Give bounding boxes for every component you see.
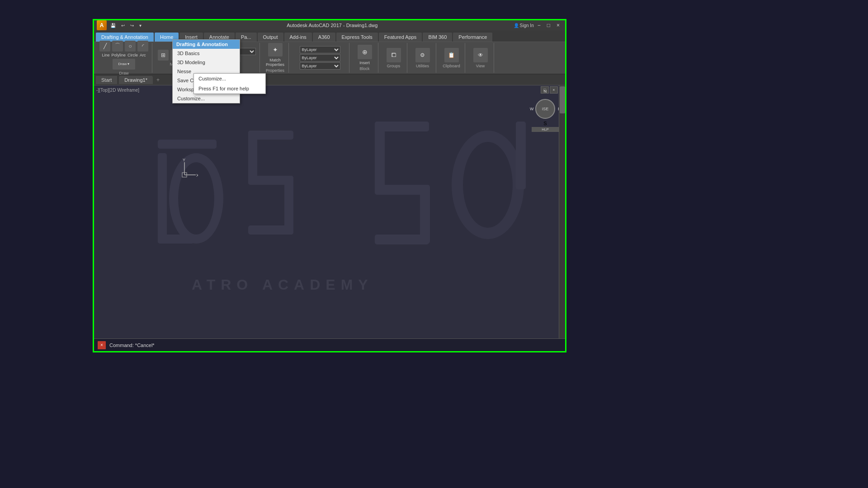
circle-label: Circle <box>127 53 138 57</box>
svg-rect-5 <box>248 131 293 140</box>
view-label: View <box>476 64 485 68</box>
tab-a360[interactable]: A360 <box>313 33 335 42</box>
view-tool[interactable]: 👁 <box>473 48 488 62</box>
undo-button[interactable]: ↩ <box>119 22 127 29</box>
group-properties: ByLayer ByLayer ByLayer <box>291 43 349 73</box>
svg-point-15 <box>452 131 524 239</box>
group-clipboard: 📋 Clipboard <box>438 43 465 73</box>
compass-circle[interactable]: W ISE E <box>535 99 555 119</box>
svg-rect-13 <box>420 185 430 244</box>
svg-rect-10 <box>375 122 429 131</box>
right-scrollbar[interactable] <box>559 85 565 338</box>
svg-rect-12 <box>375 185 429 195</box>
line-tool[interactable]: ╱ <box>99 41 110 52</box>
polyline-label: Polyline <box>111 53 126 57</box>
insert-label: Insert <box>359 61 370 65</box>
sub-item-customize[interactable]: Customize... <box>194 74 265 84</box>
arc-tool[interactable]: ◜ <box>137 41 148 52</box>
minimize-button[interactable]: − <box>535 22 543 29</box>
sub-dropdown: Customize... Press F1 for more help <box>193 73 266 94</box>
props-row: ByLayer ByLayer ByLayer <box>300 46 340 70</box>
save-button[interactable]: 💾 <box>108 22 118 29</box>
command-close-button[interactable]: × <box>98 341 106 349</box>
title-bar: A 💾 ↩ ↪ ▾ Autodesk AutoCAD 2017 - Drawin… <box>94 20 565 30</box>
academy-watermark: ATRO ACADEMY <box>141 277 424 293</box>
viewport-label: -][Top][2D Wireframe] <box>96 88 139 93</box>
tab-output[interactable]: Output <box>258 33 283 42</box>
app-container: A 💾 ↩ ↪ ▾ Autodesk AutoCAD 2017 - Drawin… <box>93 19 566 352</box>
color-select[interactable]: ByLayer <box>300 46 340 53</box>
command-line: × Command: *Cancel* <box>94 338 565 351</box>
draw-dropdown[interactable]: Draw ▾ <box>113 59 135 70</box>
svg-rect-9 <box>248 225 293 235</box>
group-draw: ╱ ⌒ ○ ◜ Line Polyline Circle Arc Draw ▾ … <box>96 43 152 73</box>
utilities-tool[interactable]: ⚙ <box>415 48 430 62</box>
svg-rect-1 <box>158 153 167 244</box>
start-tab[interactable]: Start <box>96 76 117 84</box>
workspace-item-customize[interactable]: Customize... <box>173 94 240 103</box>
tab-featured[interactable]: Featured Apps <box>379 33 422 42</box>
polyline-tool[interactable]: ⌒ <box>112 41 123 52</box>
match-group-label: Properties <box>266 68 284 73</box>
block-group-label: Block <box>359 66 369 71</box>
arc-label: Arc <box>140 53 146 57</box>
new-tab-button[interactable]: + <box>154 77 162 83</box>
groups-label: Groups <box>387 64 401 68</box>
scrollbar-thumb[interactable] <box>560 86 565 113</box>
linetype-select[interactable]: ByLayer <box>300 54 340 61</box>
quick-access-dropdown[interactable]: ▾ <box>137 22 143 29</box>
close-button[interactable]: × <box>554 22 562 29</box>
svg-rect-17 <box>516 122 526 189</box>
svg-rect-2 <box>158 235 194 244</box>
clipboard-tool[interactable]: 📋 <box>444 48 459 62</box>
tab-express[interactable]: Express Tools <box>336 33 378 42</box>
ribbon-panel: ╱ ⌒ ○ ◜ Line Polyline Circle Arc Draw ▾ … <box>94 42 565 75</box>
draw-more-row: Draw ▾ <box>113 59 135 70</box>
ucs-icon: X Y <box>171 158 198 186</box>
svg-point-16 <box>463 142 513 228</box>
group-groups: ⧠ Groups <box>380 43 407 73</box>
draw-tools-row: ╱ ⌒ ○ ◜ <box>99 41 148 52</box>
circle-tool[interactable]: ○ <box>125 41 136 52</box>
match-properties-tool[interactable]: ✦ <box>268 43 283 56</box>
insert-block[interactable]: ⊕ <box>358 45 372 59</box>
compass-label: HLP <box>532 127 559 132</box>
modify-tool-1[interactable]: ⊞ <box>158 50 169 61</box>
tab-addins[interactable]: Add-ins <box>284 33 312 42</box>
workspace-item-3d-basics[interactable]: 3D Basics <box>173 49 240 58</box>
group-match: ✦ MatchProperties Properties <box>262 43 289 73</box>
workspace-dropdown-header: Drafting & Annotation <box>173 40 240 49</box>
compass-north-label: N <box>544 89 547 94</box>
svg-rect-7 <box>248 176 293 185</box>
compass-center: ISE <box>542 107 549 111</box>
viewport[interactable]: -][Top][2D Wireframe] □ × <box>94 85 565 338</box>
signin-label[interactable]: Sign In <box>520 23 534 28</box>
svg-rect-8 <box>284 176 293 235</box>
restore-button[interactable]: □ <box>544 22 553 29</box>
workspace-item-3d-modeling[interactable]: 3D Modeling <box>173 58 240 67</box>
group-view: 👁 View <box>467 43 494 73</box>
group-tool[interactable]: ⧠ <box>387 48 401 62</box>
sub-item-help[interactable]: Press F1 for more help <box>194 84 265 94</box>
utilities-label: Utilities <box>416 64 429 68</box>
bg-watermark <box>94 85 565 338</box>
ribbon-tabs: Drafting & Annotation Home Insert Annota… <box>94 30 565 42</box>
compass: N W ISE E S HLP <box>532 94 559 135</box>
group-utilities: ⚙ Utilities <box>409 43 436 73</box>
match-label: MatchProperties <box>266 58 284 67</box>
svg-text:Y: Y <box>183 158 185 162</box>
redo-button[interactable]: ↪ <box>128 22 136 29</box>
viewport-close-button[interactable]: × <box>550 86 558 94</box>
clipboard-label: Clipboard <box>443 64 460 68</box>
drawing-tabs: Start Drawing1* + <box>94 75 565 85</box>
app-logo-icon[interactable]: A <box>97 20 107 30</box>
tab-bim360[interactable]: BIM 360 <box>423 33 452 42</box>
lineweight-select[interactable]: ByLayer <box>300 62 340 70</box>
compass-south-label: S <box>532 121 559 126</box>
drawing1-tab[interactable]: Drawing1* <box>119 76 153 84</box>
viewport-controls: □ × <box>540 85 559 94</box>
svg-rect-6 <box>248 131 257 185</box>
tab-performance[interactable]: Performance <box>453 33 492 42</box>
group-block: ⊕ Insert Block <box>351 43 378 73</box>
draw-labels-row: Line Polyline Circle Arc <box>102 53 146 57</box>
